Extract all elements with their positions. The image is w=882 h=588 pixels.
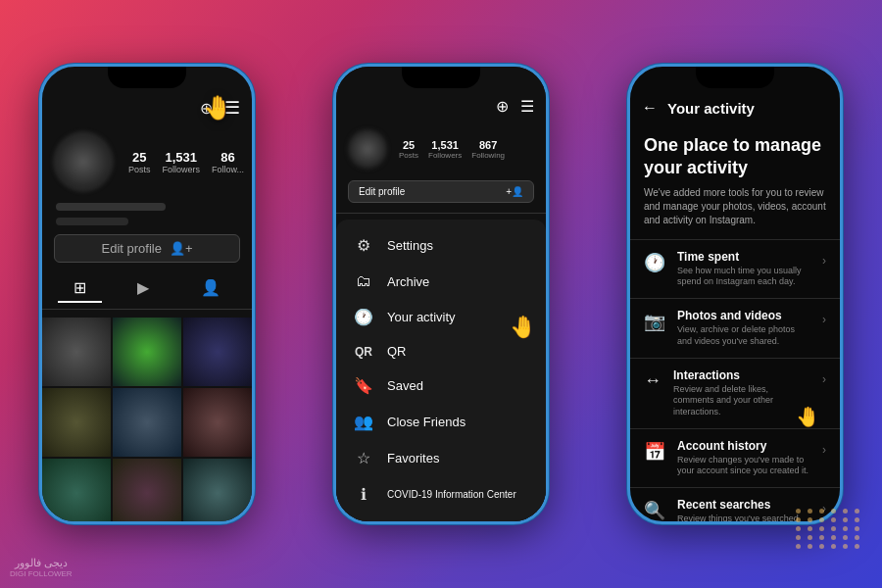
activity-label: Your activity [387, 310, 456, 324]
menu-icon[interactable]: ☰ [224, 97, 240, 119]
edit-profile-label-2: Edit profile [359, 186, 405, 197]
photo-1 [42, 318, 111, 386]
avatar-1 [54, 132, 113, 191]
profile-area-2: 25 Posts 1,531 Followers 867 Following [336, 122, 546, 176]
edit-profile-label-1: Edit profile [101, 241, 161, 256]
settings-label: Settings [387, 238, 433, 253]
notch-2 [402, 67, 480, 88]
account-history-desc: Review changes you've made to your accou… [677, 455, 810, 477]
avatar-2 [348, 129, 387, 169]
posts-label: Posts [128, 165, 151, 174]
grid-tab-reels[interactable]: ▶ [122, 274, 165, 303]
qr-label: QR [387, 344, 407, 359]
settings-icon: ⚙ [354, 236, 373, 255]
archive-label: Archive [387, 274, 429, 289]
grid-tab-tagged[interactable]: 👤 [185, 274, 236, 303]
edit-profile-btn-1[interactable]: Edit profile 👤+ [54, 234, 240, 263]
stat-following: 86 Follow... [212, 150, 244, 174]
activity-photos-videos[interactable]: 📷 Photos and videos View, archive or del… [630, 298, 840, 357]
p2-stat-posts: 25 Posts [399, 139, 418, 160]
watermark: دیجی فالوور DIGI FOLLOWER [10, 557, 73, 578]
recent-searches-icon: 🔍 [644, 500, 665, 521]
activity-heading: One place to manage your activity [630, 124, 840, 186]
p2-stat-followers: 1,531 Followers [428, 139, 462, 160]
photo-9 [183, 459, 252, 521]
activity-account-history[interactable]: 📅 Account history Review changes you've … [630, 428, 840, 487]
phone2-topbar: ⊕ ☰ [336, 91, 546, 122]
chevron-icon-0: › [822, 254, 826, 268]
chevron-icon-2: › [822, 372, 826, 386]
photo-4 [42, 388, 111, 457]
phone1-header: ⊕ ☰ 🤚 [42, 91, 252, 124]
time-spent-icon: 🕐 [644, 252, 665, 273]
edit-profile-btn-2[interactable]: Edit profile +👤 [348, 180, 534, 203]
interactions-icon: ↔ [644, 370, 662, 391]
photos-desc: View, archive or delete photos and video… [677, 324, 810, 347]
saved-label: Saved [387, 378, 423, 393]
account-history-icon: 📅 [644, 441, 665, 463]
menu-drawer: ⚙ Settings 🗂 Archive 🕐 Your activity 🤚 Q… [336, 220, 546, 521]
menu-favorites[interactable]: ☆ Favorites [336, 440, 546, 476]
photo-8 [113, 459, 181, 521]
add-person-icon-2: +👤 [506, 186, 523, 197]
phone-2: ⊕ ☰ 25 Posts 1,531 Followers 867 Followi… [333, 64, 549, 524]
menu-settings[interactable]: ⚙ Settings [336, 227, 546, 264]
menu-qr[interactable]: QR QR [336, 335, 546, 368]
archive-icon: 🗂 [354, 272, 373, 290]
photos-icon: 📷 [644, 311, 665, 332]
stat-posts: 25 Posts [128, 150, 151, 174]
menu-saved[interactable]: 🔖 Saved [336, 368, 546, 404]
recent-searches-desc: Review things you've searched for on ins… [677, 514, 810, 521]
following-label: Follow... [212, 165, 244, 174]
profile-area-1: 25 Posts 1,531 Followers 86 Follow... [42, 124, 252, 199]
account-history-title: Account history [677, 439, 810, 453]
following-num: 86 [212, 150, 244, 165]
p2-stat-following: 867 Following [471, 139, 505, 160]
grid-tabs-1: ⊞ ▶ 👤 [42, 269, 252, 310]
photo-6 [183, 388, 252, 457]
activity-interactions[interactable]: ↔ Interactions Review and delete likes, … [630, 358, 840, 428]
followers-label: Followers [163, 165, 201, 174]
photos-title: Photos and videos [677, 309, 810, 322]
activity-icon: 🕐 [354, 308, 373, 326]
menu-your-activity[interactable]: 🕐 Your activity 🤚 [336, 299, 546, 335]
stat-followers: 1,531 Followers [163, 150, 201, 174]
add-icon[interactable]: ⊕ [200, 99, 213, 118]
photo-3 [183, 318, 252, 386]
stats-row-2: 25 Posts 1,531 Followers 867 Following [399, 139, 505, 160]
stats-row-1: 25 Posts 1,531 Followers 86 Follow... [128, 150, 244, 174]
time-spent-title: Time spent [677, 250, 810, 264]
saved-icon: 🔖 [354, 376, 373, 395]
menu-archive[interactable]: 🗂 Archive [336, 264, 546, 299]
qr-icon: QR [354, 345, 373, 359]
menu-close-friends[interactable]: 👥 Close Friends [336, 404, 546, 440]
interactions-desc: Review and delete likes, comments and yo… [673, 384, 810, 418]
photo-5 [113, 388, 181, 457]
dots-decoration [796, 509, 862, 549]
menu-icon-2[interactable]: ☰ [520, 97, 534, 116]
close-friends-icon: 👥 [354, 413, 373, 431]
add-icon-2[interactable]: ⊕ [496, 97, 509, 116]
photo-grid-1 [42, 318, 252, 521]
recent-searches-title: Recent searches [677, 498, 810, 512]
back-button[interactable]: ← [642, 99, 658, 117]
close-friends-label: Close Friends [387, 415, 466, 429]
add-person-icon-1: 👤+ [170, 241, 193, 256]
menu-covid[interactable]: ℹ COVID-19 Information Center [336, 476, 546, 513]
activity-time-spent[interactable]: 🕐 Time spent See how much time you usual… [630, 239, 840, 298]
time-spent-desc: See how much time you usually spend on I… [677, 266, 810, 288]
favorites-icon: ☆ [354, 449, 373, 467]
chevron-icon-1: › [822, 313, 826, 326]
grid-tab-posts[interactable]: ⊞ [58, 274, 102, 303]
p3-title: Your activity [667, 100, 755, 117]
photo-2 [113, 318, 181, 386]
chevron-icon-3: › [822, 443, 826, 457]
notch-1 [108, 67, 186, 88]
photo-7 [42, 459, 111, 521]
followers-num: 1,531 [163, 150, 201, 165]
p3-header: ← Your activity [630, 91, 840, 124]
covid-label: COVID-19 Information Center [387, 489, 516, 500]
activity-subtitle: We've added more tools for you to review… [630, 186, 840, 239]
favorites-label: Favorites [387, 451, 439, 466]
interactions-title: Interactions [673, 368, 810, 382]
